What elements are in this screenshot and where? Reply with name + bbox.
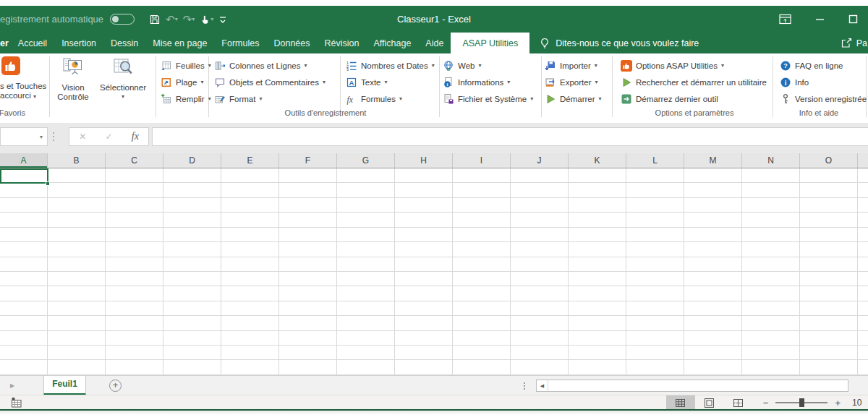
zoom-in-button[interactable]: + xyxy=(835,398,841,408)
cell-F14[interactable] xyxy=(279,360,337,374)
cell-partial[interactable] xyxy=(858,301,868,316)
column-header-N[interactable]: N xyxy=(742,153,800,168)
cell-K8[interactable] xyxy=(569,272,626,286)
cell-H6[interactable] xyxy=(395,242,453,257)
cell-N1[interactable] xyxy=(742,168,800,183)
cell-H9[interactable] xyxy=(395,286,453,301)
cell-partial[interactable] xyxy=(858,331,868,346)
cell-E12[interactable] xyxy=(221,331,279,346)
cell-J14[interactable] xyxy=(511,360,569,374)
cell-E1[interactable] xyxy=(221,168,279,183)
cell-A7[interactable] xyxy=(0,257,48,272)
cell-A12[interactable] xyxy=(0,331,48,346)
view-normal-button[interactable] xyxy=(666,395,695,410)
share-button[interactable]: Pa xyxy=(841,33,868,53)
options-asap-button[interactable]: Options ASAP Utilities▾ xyxy=(621,57,767,74)
cell-partial[interactable] xyxy=(858,198,868,213)
cell-A3[interactable] xyxy=(0,198,48,213)
cell-J5[interactable] xyxy=(511,228,569,242)
cell-J11[interactable] xyxy=(511,316,569,330)
cell-L13[interactable] xyxy=(626,346,684,360)
cell-D10[interactable] xyxy=(163,301,221,316)
cell-J6[interactable] xyxy=(511,242,569,257)
cell-O1[interactable] xyxy=(800,168,858,183)
name-box-caret-icon[interactable]: ▾ xyxy=(40,134,43,140)
minimize-button[interactable] xyxy=(815,14,825,24)
cell-N11[interactable] xyxy=(742,316,800,330)
cell-B12[interactable] xyxy=(48,331,106,346)
cell-C12[interactable] xyxy=(106,331,163,346)
cell-D6[interactable] xyxy=(163,242,221,257)
cell-N3[interactable] xyxy=(742,198,800,213)
column-header-F[interactable]: F xyxy=(279,153,337,168)
undo-caret-icon[interactable]: ▾ xyxy=(175,17,178,22)
remplir-button[interactable]: Remplir▾ xyxy=(161,90,211,107)
column-header-M[interactable]: M xyxy=(684,153,742,168)
formula-bar-grip[interactable] xyxy=(53,132,54,134)
cell-J1[interactable] xyxy=(511,168,569,183)
cell-M3[interactable] xyxy=(684,198,742,213)
cell-D7[interactable] xyxy=(163,257,221,272)
undo-button[interactable]: ↶ ▾ xyxy=(166,14,178,25)
cell-E7[interactable] xyxy=(221,257,279,272)
demarrer-button[interactable]: Démarrer▾ xyxy=(545,90,602,107)
cell-M4[interactable] xyxy=(684,213,742,227)
cell-H7[interactable] xyxy=(395,257,453,272)
cell-M14[interactable] xyxy=(684,360,742,374)
cell-partial[interactable] xyxy=(858,316,868,330)
nombres-dates-button[interactable]: 123 Nombres et Dates▾ xyxy=(346,57,435,74)
cell-D8[interactable] xyxy=(163,272,221,286)
cell-F13[interactable] xyxy=(279,346,337,360)
cell-L9[interactable] xyxy=(626,286,684,301)
column-header-H[interactable]: H xyxy=(395,153,453,168)
cell-E11[interactable] xyxy=(221,316,279,330)
cell-M10[interactable] xyxy=(684,301,742,316)
redo-button[interactable]: ↷ ▾ xyxy=(183,14,195,25)
cell-K10[interactable] xyxy=(569,301,626,316)
cell-H12[interactable] xyxy=(395,331,453,346)
cell-N8[interactable] xyxy=(742,272,800,286)
tell-me-box[interactable]: Dites-nous ce que vous voulez faire xyxy=(540,33,699,53)
format-button[interactable]: Format▾ xyxy=(214,90,326,107)
faq-button[interactable]: ? FAQ en ligne xyxy=(780,57,867,74)
objets-commentaires-button[interactable]: Objets et Commentaires▾ xyxy=(214,74,326,90)
cell-O4[interactable] xyxy=(800,213,858,227)
tab-aide[interactable]: Aide xyxy=(425,33,443,53)
cell-K5[interactable] xyxy=(569,228,626,242)
cell-A13[interactable] xyxy=(0,346,48,360)
cell-H4[interactable] xyxy=(395,213,453,227)
cell-D9[interactable] xyxy=(163,286,221,301)
rechercher-utilitaire-button[interactable]: Rechercher et démarrer un utilitaire xyxy=(621,74,767,90)
cell-N9[interactable] xyxy=(742,286,800,301)
cell-K11[interactable] xyxy=(569,316,626,330)
cell-M11[interactable] xyxy=(684,316,742,330)
cell-G6[interactable] xyxy=(337,242,395,257)
cell-E6[interactable] xyxy=(221,242,279,257)
cell-H5[interactable] xyxy=(395,228,453,242)
cell-L2[interactable] xyxy=(626,183,684,197)
cell-M6[interactable] xyxy=(684,242,742,257)
tab-donnees[interactable]: Données xyxy=(273,33,310,53)
cell-M9[interactable] xyxy=(684,286,742,301)
cell-J7[interactable] xyxy=(511,257,569,272)
cell-N12[interactable] xyxy=(742,331,800,346)
tab-scroll-grip[interactable] xyxy=(524,382,525,384)
column-header-I[interactable]: I xyxy=(453,153,511,168)
cell-C5[interactable] xyxy=(106,228,163,242)
cell-M8[interactable] xyxy=(684,272,742,286)
cell-partial[interactable] xyxy=(858,242,868,257)
cell-A5[interactable] xyxy=(0,228,48,242)
cell-K3[interactable] xyxy=(569,198,626,213)
cell-B2[interactable] xyxy=(48,183,106,197)
tab-formules[interactable]: Formules xyxy=(221,33,259,53)
cell-H3[interactable] xyxy=(395,198,453,213)
cell-H10[interactable] xyxy=(395,301,453,316)
column-header-K[interactable]: K xyxy=(569,153,626,168)
cell-partial[interactable] xyxy=(858,360,868,374)
cell-partial[interactable] xyxy=(858,286,868,301)
cell-partial[interactable] xyxy=(858,228,868,242)
cell-O9[interactable] xyxy=(800,286,858,301)
cell-F11[interactable] xyxy=(279,316,337,330)
cell-B7[interactable] xyxy=(48,257,106,272)
cell-K7[interactable] xyxy=(569,257,626,272)
